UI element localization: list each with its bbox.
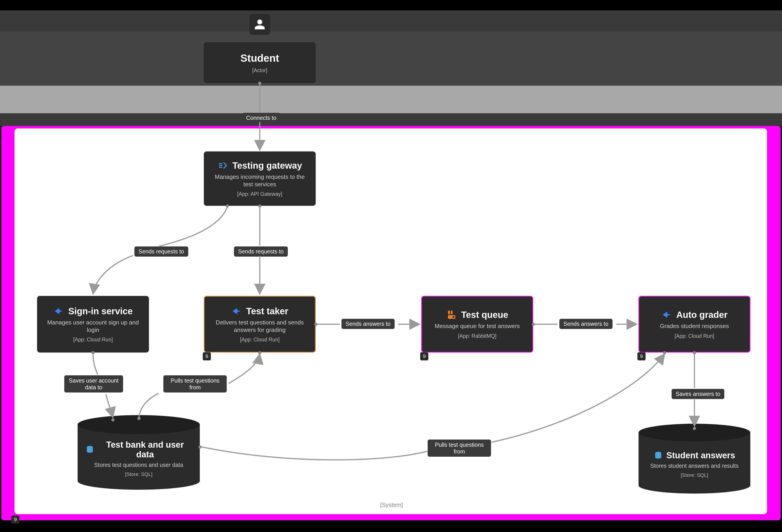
node-test-taker[interactable]: Test taker Delivers test questions and s…	[204, 296, 316, 352]
node-auto-grader[interactable]: Auto grader Grades student responses [Ap…	[639, 296, 750, 352]
edge-pulls-questions-taker: Pulls test questions from	[164, 375, 227, 392]
node-tag: [App: API Gateway]	[237, 191, 282, 197]
store-title: Student answers	[666, 451, 735, 460]
cloud-run-icon	[54, 306, 64, 316]
edge-sends-req-taker: Sends requests to	[234, 246, 288, 257]
badge-test-queue: 9	[420, 352, 428, 360]
node-desc: Manages user account sign up and login	[43, 319, 143, 334]
system-tag: [System]	[380, 501, 403, 508]
edge-saves-user: Saves user account data to	[64, 375, 123, 392]
svg-rect-0	[453, 316, 454, 318]
edge-connects-to: Connects to	[242, 113, 280, 123]
store-tag: [Store: SQL]	[681, 472, 708, 478]
rabbitmq-icon	[446, 309, 457, 320]
node-title: Test taker	[246, 306, 288, 316]
actor-icon-tile	[249, 14, 270, 35]
node-tag: [App: Cloud Run]	[73, 337, 113, 343]
node-title: Test queue	[461, 310, 508, 320]
database-icon	[654, 451, 663, 460]
node-signin-service[interactable]: Sign-in service Manages user account sig…	[37, 296, 149, 352]
edge-pulls-questions-grader: Pulls test questions from	[428, 440, 491, 457]
cloud-run-icon	[231, 306, 242, 316]
store-test-bank[interactable]: Test bank and user data Stores test ques…	[78, 417, 200, 490]
badge-test-taker: 6	[203, 352, 211, 360]
node-tag: [App: Cloud Run]	[240, 337, 279, 343]
badge-system: 9	[11, 516, 20, 524]
store-desc: Stores test questions and user data	[94, 462, 183, 468]
actor-title: Student	[240, 52, 279, 64]
actor-tag: [Actor]	[252, 67, 267, 74]
node-title: Testing gateway	[233, 160, 302, 171]
node-desc: Grades student responses	[660, 322, 729, 330]
edge-sends-answers-grader: Sends answers to	[559, 319, 612, 329]
node-desc: Message queue for test answers	[435, 322, 520, 330]
edge-sends-req-signin: Sends requests to	[134, 246, 188, 257]
api-gateway-icon	[217, 160, 228, 171]
edge-saves-answers: Saves answers to	[672, 389, 724, 399]
node-testing-gateway[interactable]: Testing gateway Manages incoming request…	[204, 151, 316, 206]
node-desc: Delivers test questions and sends answer…	[210, 319, 309, 334]
badge-auto-grader: 9	[637, 352, 646, 360]
node-desc: Manages incoming requests to the test se…	[210, 173, 310, 188]
store-desc: Stores student answers and results	[650, 463, 739, 469]
store-student-answers[interactable]: Student answers Stores student answers a…	[639, 426, 750, 494]
store-title: Test bank and user data	[98, 440, 192, 459]
node-tag: [App: RabbitMQ]	[458, 333, 496, 339]
node-title: Sign-in service	[68, 306, 133, 316]
cloud-run-icon	[662, 309, 672, 320]
store-tag: [Store: SQL]	[125, 471, 152, 477]
node-title: Auto grader	[676, 310, 728, 320]
actor-student[interactable]: Student [Actor]	[204, 42, 316, 83]
node-test-queue[interactable]: Test queue Message queue for test answer…	[421, 296, 533, 352]
node-tag: [App: Cloud Run]	[675, 333, 714, 339]
database-icon	[85, 445, 94, 454]
person-icon	[254, 18, 265, 30]
edge-sends-answers-queue: Sends answers to	[342, 319, 395, 329]
